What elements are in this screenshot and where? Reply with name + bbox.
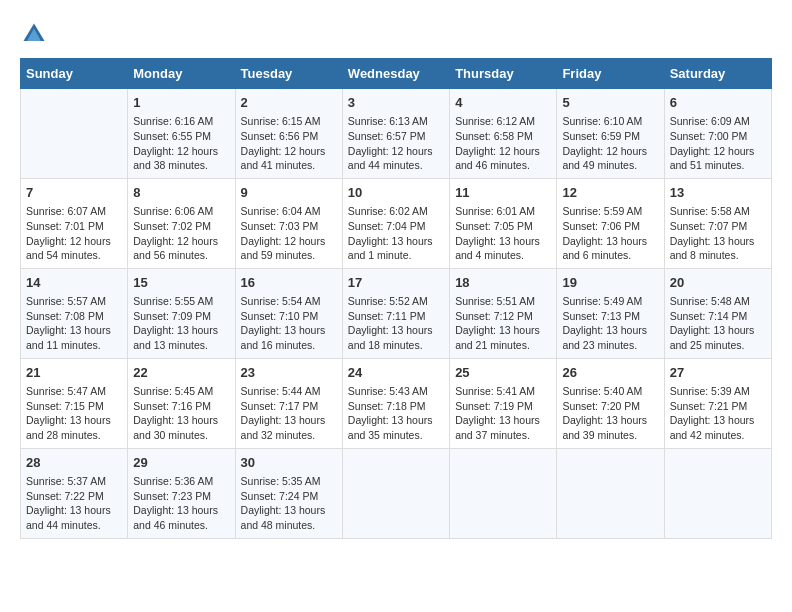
day-content: Sunrise: 5:59 AM Sunset: 7:06 PM Dayligh… — [562, 204, 658, 263]
day-header-thursday: Thursday — [450, 59, 557, 89]
calendar-cell: 29Sunrise: 5:36 AM Sunset: 7:23 PM Dayli… — [128, 448, 235, 538]
day-content: Sunrise: 5:45 AM Sunset: 7:16 PM Dayligh… — [133, 384, 229, 443]
day-number: 8 — [133, 184, 229, 202]
calendar-cell: 8Sunrise: 6:06 AM Sunset: 7:02 PM Daylig… — [128, 178, 235, 268]
calendar-cell: 23Sunrise: 5:44 AM Sunset: 7:17 PM Dayli… — [235, 358, 342, 448]
day-number: 21 — [26, 364, 122, 382]
calendar-cell: 7Sunrise: 6:07 AM Sunset: 7:01 PM Daylig… — [21, 178, 128, 268]
day-content: Sunrise: 6:07 AM Sunset: 7:01 PM Dayligh… — [26, 204, 122, 263]
day-content: Sunrise: 6:06 AM Sunset: 7:02 PM Dayligh… — [133, 204, 229, 263]
calendar-cell: 18Sunrise: 5:51 AM Sunset: 7:12 PM Dayli… — [450, 268, 557, 358]
day-number: 27 — [670, 364, 766, 382]
day-content: Sunrise: 5:43 AM Sunset: 7:18 PM Dayligh… — [348, 384, 444, 443]
week-row-3: 14Sunrise: 5:57 AM Sunset: 7:08 PM Dayli… — [21, 268, 772, 358]
calendar-cell: 3Sunrise: 6:13 AM Sunset: 6:57 PM Daylig… — [342, 89, 449, 179]
calendar-cell: 10Sunrise: 6:02 AM Sunset: 7:04 PM Dayli… — [342, 178, 449, 268]
calendar-table: SundayMondayTuesdayWednesdayThursdayFrid… — [20, 58, 772, 539]
page-header — [20, 20, 772, 48]
calendar-cell: 11Sunrise: 6:01 AM Sunset: 7:05 PM Dayli… — [450, 178, 557, 268]
day-number: 4 — [455, 94, 551, 112]
day-content: Sunrise: 5:58 AM Sunset: 7:07 PM Dayligh… — [670, 204, 766, 263]
calendar-cell — [450, 448, 557, 538]
calendar-cell: 17Sunrise: 5:52 AM Sunset: 7:11 PM Dayli… — [342, 268, 449, 358]
day-number: 26 — [562, 364, 658, 382]
day-number: 6 — [670, 94, 766, 112]
day-content: Sunrise: 5:49 AM Sunset: 7:13 PM Dayligh… — [562, 294, 658, 353]
day-content: Sunrise: 5:51 AM Sunset: 7:12 PM Dayligh… — [455, 294, 551, 353]
logo-icon — [20, 20, 48, 48]
day-number: 23 — [241, 364, 337, 382]
day-content: Sunrise: 6:01 AM Sunset: 7:05 PM Dayligh… — [455, 204, 551, 263]
calendar-cell: 12Sunrise: 5:59 AM Sunset: 7:06 PM Dayli… — [557, 178, 664, 268]
calendar-cell: 14Sunrise: 5:57 AM Sunset: 7:08 PM Dayli… — [21, 268, 128, 358]
logo — [20, 20, 52, 48]
calendar-cell: 19Sunrise: 5:49 AM Sunset: 7:13 PM Dayli… — [557, 268, 664, 358]
calendar-cell: 20Sunrise: 5:48 AM Sunset: 7:14 PM Dayli… — [664, 268, 771, 358]
day-number: 18 — [455, 274, 551, 292]
day-content: Sunrise: 5:55 AM Sunset: 7:09 PM Dayligh… — [133, 294, 229, 353]
calendar-cell — [557, 448, 664, 538]
day-content: Sunrise: 6:02 AM Sunset: 7:04 PM Dayligh… — [348, 204, 444, 263]
day-content: Sunrise: 6:12 AM Sunset: 6:58 PM Dayligh… — [455, 114, 551, 173]
day-content: Sunrise: 5:44 AM Sunset: 7:17 PM Dayligh… — [241, 384, 337, 443]
day-number: 19 — [562, 274, 658, 292]
calendar-cell: 9Sunrise: 6:04 AM Sunset: 7:03 PM Daylig… — [235, 178, 342, 268]
day-content: Sunrise: 5:36 AM Sunset: 7:23 PM Dayligh… — [133, 474, 229, 533]
day-header-saturday: Saturday — [664, 59, 771, 89]
day-number: 15 — [133, 274, 229, 292]
week-row-1: 1Sunrise: 6:16 AM Sunset: 6:55 PM Daylig… — [21, 89, 772, 179]
day-content: Sunrise: 5:48 AM Sunset: 7:14 PM Dayligh… — [670, 294, 766, 353]
day-content: Sunrise: 6:15 AM Sunset: 6:56 PM Dayligh… — [241, 114, 337, 173]
day-number: 24 — [348, 364, 444, 382]
day-content: Sunrise: 5:47 AM Sunset: 7:15 PM Dayligh… — [26, 384, 122, 443]
week-row-4: 21Sunrise: 5:47 AM Sunset: 7:15 PM Dayli… — [21, 358, 772, 448]
day-content: Sunrise: 5:37 AM Sunset: 7:22 PM Dayligh… — [26, 474, 122, 533]
calendar-cell: 24Sunrise: 5:43 AM Sunset: 7:18 PM Dayli… — [342, 358, 449, 448]
day-number: 14 — [26, 274, 122, 292]
day-number: 9 — [241, 184, 337, 202]
day-number: 25 — [455, 364, 551, 382]
calendar-cell — [21, 89, 128, 179]
calendar-cell: 22Sunrise: 5:45 AM Sunset: 7:16 PM Dayli… — [128, 358, 235, 448]
calendar-cell: 2Sunrise: 6:15 AM Sunset: 6:56 PM Daylig… — [235, 89, 342, 179]
calendar-cell: 28Sunrise: 5:37 AM Sunset: 7:22 PM Dayli… — [21, 448, 128, 538]
day-content: Sunrise: 5:54 AM Sunset: 7:10 PM Dayligh… — [241, 294, 337, 353]
day-number: 3 — [348, 94, 444, 112]
calendar-header: SundayMondayTuesdayWednesdayThursdayFrid… — [21, 59, 772, 89]
day-content: Sunrise: 5:57 AM Sunset: 7:08 PM Dayligh… — [26, 294, 122, 353]
day-number: 10 — [348, 184, 444, 202]
day-content: Sunrise: 6:16 AM Sunset: 6:55 PM Dayligh… — [133, 114, 229, 173]
day-header-monday: Monday — [128, 59, 235, 89]
day-number: 30 — [241, 454, 337, 472]
day-header-tuesday: Tuesday — [235, 59, 342, 89]
day-header-sunday: Sunday — [21, 59, 128, 89]
calendar-cell: 27Sunrise: 5:39 AM Sunset: 7:21 PM Dayli… — [664, 358, 771, 448]
day-number: 22 — [133, 364, 229, 382]
day-number: 29 — [133, 454, 229, 472]
day-content: Sunrise: 6:10 AM Sunset: 6:59 PM Dayligh… — [562, 114, 658, 173]
calendar-cell: 1Sunrise: 6:16 AM Sunset: 6:55 PM Daylig… — [128, 89, 235, 179]
day-number: 2 — [241, 94, 337, 112]
day-content: Sunrise: 5:39 AM Sunset: 7:21 PM Dayligh… — [670, 384, 766, 443]
day-number: 17 — [348, 274, 444, 292]
day-number: 1 — [133, 94, 229, 112]
calendar-cell: 6Sunrise: 6:09 AM Sunset: 7:00 PM Daylig… — [664, 89, 771, 179]
day-number: 28 — [26, 454, 122, 472]
week-row-2: 7Sunrise: 6:07 AM Sunset: 7:01 PM Daylig… — [21, 178, 772, 268]
calendar-cell: 15Sunrise: 5:55 AM Sunset: 7:09 PM Dayli… — [128, 268, 235, 358]
calendar-cell: 16Sunrise: 5:54 AM Sunset: 7:10 PM Dayli… — [235, 268, 342, 358]
header-row: SundayMondayTuesdayWednesdayThursdayFrid… — [21, 59, 772, 89]
day-number: 12 — [562, 184, 658, 202]
calendar-cell: 4Sunrise: 6:12 AM Sunset: 6:58 PM Daylig… — [450, 89, 557, 179]
calendar-cell: 21Sunrise: 5:47 AM Sunset: 7:15 PM Dayli… — [21, 358, 128, 448]
day-header-wednesday: Wednesday — [342, 59, 449, 89]
day-number: 5 — [562, 94, 658, 112]
calendar-body: 1Sunrise: 6:16 AM Sunset: 6:55 PM Daylig… — [21, 89, 772, 539]
calendar-cell: 25Sunrise: 5:41 AM Sunset: 7:19 PM Dayli… — [450, 358, 557, 448]
day-content: Sunrise: 6:04 AM Sunset: 7:03 PM Dayligh… — [241, 204, 337, 263]
day-content: Sunrise: 5:40 AM Sunset: 7:20 PM Dayligh… — [562, 384, 658, 443]
day-content: Sunrise: 5:52 AM Sunset: 7:11 PM Dayligh… — [348, 294, 444, 353]
calendar-cell: 30Sunrise: 5:35 AM Sunset: 7:24 PM Dayli… — [235, 448, 342, 538]
calendar-cell: 26Sunrise: 5:40 AM Sunset: 7:20 PM Dayli… — [557, 358, 664, 448]
calendar-cell: 13Sunrise: 5:58 AM Sunset: 7:07 PM Dayli… — [664, 178, 771, 268]
